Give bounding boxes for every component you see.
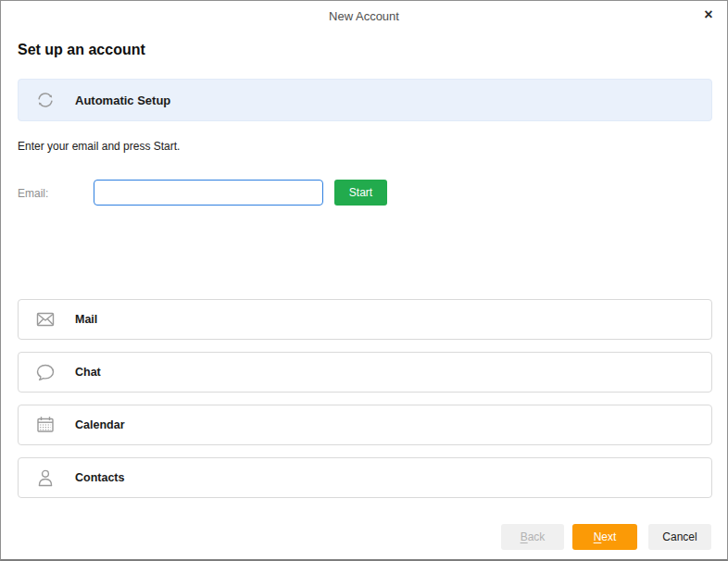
automatic-setup-label: Automatic Setup xyxy=(75,94,170,107)
automatic-setup-panel[interactable]: Automatic Setup xyxy=(18,79,712,121)
email-label: Email: xyxy=(18,187,48,200)
titlebar: New Account xyxy=(1,1,727,29)
cancel-button[interactable]: Cancel xyxy=(648,524,711,550)
page-title: Set up an account xyxy=(18,42,145,58)
calendar-icon xyxy=(34,414,56,436)
service-label-mail: Mail xyxy=(75,313,97,326)
mail-icon xyxy=(34,308,56,330)
service-row-calendar[interactable]: Calendar xyxy=(18,405,712,445)
service-label-calendar: Calendar xyxy=(75,418,125,431)
next-button[interactable]: Next xyxy=(572,524,637,550)
service-row-contacts[interactable]: Contacts xyxy=(18,457,712,498)
chat-icon xyxy=(34,361,56,383)
new-account-dialog: New Account × Set up an account Automati… xyxy=(0,0,728,561)
instruction-text: Enter your email and press Start. xyxy=(18,140,180,153)
service-label-chat: Chat xyxy=(75,366,101,379)
window-title: New Account xyxy=(329,9,399,23)
service-row-chat[interactable]: Chat xyxy=(18,352,712,393)
back-button[interactable]: Back xyxy=(501,524,564,550)
email-input[interactable] xyxy=(94,180,323,206)
start-button[interactable]: Start xyxy=(334,180,387,206)
contacts-icon xyxy=(34,467,56,489)
service-row-mail[interactable]: Mail xyxy=(18,299,712,340)
close-icon[interactable]: × xyxy=(698,5,719,25)
service-label-contacts: Contacts xyxy=(75,471,124,484)
sync-icon xyxy=(34,89,56,111)
